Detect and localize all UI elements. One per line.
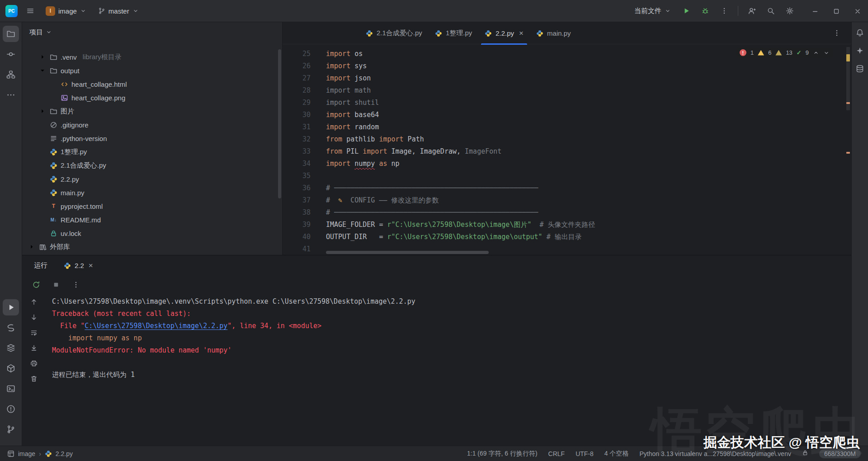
- editor-tab[interactable]: 1整理.py: [429, 22, 478, 44]
- project-scrollbar[interactable]: [278, 49, 281, 198]
- toolwindow-version-control-button[interactable]: [3, 421, 19, 437]
- search-everywhere-button[interactable]: [763, 3, 779, 19]
- clear-console-button[interactable]: [28, 372, 40, 385]
- tree-item[interactable]: uv.lock: [22, 226, 282, 240]
- status-indent[interactable]: 4 个空格: [604, 450, 629, 458]
- toolwindow-run-button[interactable]: [3, 299, 19, 315]
- tree-item[interactable]: Tpyproject.toml: [22, 199, 282, 213]
- problems-icon: [6, 405, 15, 414]
- tree-item-label: 1整理.py: [61, 148, 87, 156]
- tree-item[interactable]: main.py: [22, 186, 282, 199]
- tree-item[interactable]: 2.2.py: [22, 172, 282, 186]
- ai-assistant-button[interactable]: [853, 44, 867, 57]
- tree-item[interactable]: M↓README.md: [22, 213, 282, 226]
- more-actions-button[interactable]: [716, 3, 732, 19]
- status-encoding[interactable]: UTF-8: [576, 450, 594, 457]
- code-text: import numpy as np: [326, 158, 400, 170]
- structure-icon: [6, 70, 15, 79]
- minimize-button[interactable]: [804, 0, 826, 22]
- line-number: 33: [283, 146, 311, 158]
- error-stripe[interactable]: [845, 44, 851, 255]
- toolwindow-services-button[interactable]: [3, 340, 19, 356]
- tree-item[interactable]: heart_collage.html: [22, 77, 282, 91]
- console-line: ModuleNotFoundError: No module named 'nu…: [52, 344, 851, 357]
- chevron-right-icon: [38, 107, 47, 115]
- code-line: 28import math: [283, 85, 851, 97]
- status-interpreter[interactable]: Python 3.13 virtualenv a...27598\Desktop…: [640, 450, 791, 457]
- toolwindow-problems-button[interactable]: [3, 401, 19, 417]
- more-options-button[interactable]: [69, 278, 83, 292]
- print-button[interactable]: [28, 357, 40, 369]
- status-memory[interactable]: 668/3300M: [819, 449, 861, 458]
- tab-options-button[interactable]: [829, 25, 845, 41]
- breadcrumb-file[interactable]: 2.2.py: [56, 450, 73, 457]
- previous-problem-icon[interactable]: [813, 50, 819, 56]
- line-number: 37: [283, 194, 311, 207]
- main-menu-button[interactable]: [22, 3, 38, 19]
- project-widget[interactable]: I image: [41, 3, 91, 19]
- run-console[interactable]: C:\Users\27598\Desktop\image\.venv\Scrip…: [46, 294, 851, 446]
- status-read-lock[interactable]: [802, 450, 808, 457]
- run-tab[interactable]: 2.2 ×: [60, 255, 97, 276]
- project-panel-header[interactable]: 项目: [22, 22, 282, 42]
- toolwindow-terminal-button[interactable]: [3, 381, 19, 397]
- python-icon: [64, 262, 71, 269]
- editor-tab[interactable]: 2.1合成爱心.py: [359, 22, 429, 44]
- toolwindow-python-packages-button[interactable]: [3, 360, 19, 376]
- line-number: 41: [283, 243, 311, 255]
- chevron-down-icon: [38, 66, 47, 75]
- scroll-to-end-button[interactable]: [28, 342, 40, 354]
- scroll-to-bottom-button[interactable]: [28, 311, 40, 323]
- run-button[interactable]: [678, 3, 694, 19]
- tree-item[interactable]: 外部库: [22, 240, 282, 254]
- toolwindow-project-button[interactable]: [3, 26, 19, 42]
- right-tool-strip: [851, 22, 868, 446]
- settings-button[interactable]: [782, 3, 798, 19]
- tree-item[interactable]: heart_collage.png: [22, 91, 282, 104]
- database-button[interactable]: [853, 62, 867, 75]
- line-number: 34: [283, 158, 311, 170]
- run-tab-close-icon[interactable]: ×: [89, 261, 93, 270]
- code-editor[interactable]: 25import os26import sys27import json28im…: [283, 44, 851, 255]
- status-caret-position[interactable]: 1:1 (69 字符, 6 行换行符): [467, 450, 538, 458]
- maximize-button[interactable]: [826, 0, 847, 22]
- tree-item[interactable]: 图片: [22, 104, 282, 118]
- code-with-me-button[interactable]: [744, 3, 760, 19]
- next-problem-icon[interactable]: [823, 50, 830, 56]
- breadcrumb-project[interactable]: image: [18, 450, 35, 457]
- run-configuration-selector[interactable]: 当前文件: [630, 3, 675, 19]
- print-icon: [30, 360, 38, 367]
- tree-item[interactable]: output: [22, 64, 282, 77]
- debug-button[interactable]: [697, 3, 713, 19]
- vcs-widget[interactable]: master: [94, 3, 143, 19]
- console-line: Traceback (most recent call last):: [52, 308, 851, 320]
- editor-tab[interactable]: main.py: [530, 22, 577, 44]
- tree-item[interactable]: 1整理.py: [22, 145, 282, 159]
- check-icon: ✓: [797, 49, 802, 56]
- inspections-widget[interactable]: ! 1 6 13 ✓ 9: [736, 48, 833, 57]
- tree-item-label: 2.1合成爱心.py: [61, 161, 106, 170]
- toolwindow-structure-button[interactable]: [3, 66, 19, 83]
- toolwindow-more-tool-windows-button[interactable]: [3, 87, 19, 103]
- close-button[interactable]: [847, 0, 868, 22]
- tree-item[interactable]: .python-version: [22, 132, 282, 145]
- soft-wrap-button[interactable]: [28, 326, 40, 339]
- tree-item[interactable]: 2.1合成爱心.py: [22, 159, 282, 172]
- tab-close-icon[interactable]: ×: [519, 29, 524, 37]
- notifications-button[interactable]: [853, 26, 867, 39]
- toolwindow-commit-button[interactable]: [3, 46, 19, 62]
- rerun-button[interactable]: [29, 278, 43, 292]
- editor-tab[interactable]: 2.2.py×: [478, 22, 530, 44]
- toolwindow-python-console-button[interactable]: [3, 320, 19, 336]
- traceback-file-link[interactable]: C:\Users\27598\Desktop\image\2.2.py: [85, 322, 227, 330]
- code-line: 31import random: [283, 121, 851, 133]
- code-text: # ──────────────────────────────────────…: [326, 182, 538, 194]
- scroll-to-top-button[interactable]: [28, 296, 40, 308]
- tree-item[interactable]: .gitignore: [22, 118, 282, 132]
- line-number: 30: [283, 109, 311, 121]
- status-line-separator[interactable]: CRLF: [548, 450, 565, 457]
- horizontal-scrollbar[interactable]: [326, 251, 489, 254]
- tree-item[interactable]: .venvlibrary根目录: [22, 50, 282, 64]
- run-tool-window: 运行 2.2 × C:\Users\27598\Desktop\image\.v…: [22, 255, 851, 446]
- stop-button[interactable]: [49, 278, 63, 292]
